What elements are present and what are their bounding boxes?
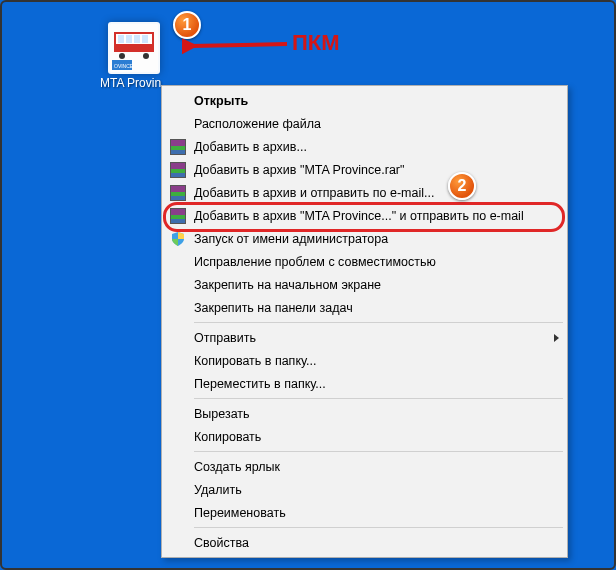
blank-icon bbox=[168, 504, 188, 522]
svg-rect-3 bbox=[118, 35, 124, 43]
menu-add-archive-named[interactable]: Добавить в архив "MTA Province.rar" bbox=[164, 158, 565, 181]
menu-move-to-folder[interactable]: Переместить в папку... bbox=[164, 372, 565, 395]
desktop-icon-mta-province[interactable]: OVINCE MTA Provin... bbox=[100, 22, 168, 90]
menu-rename[interactable]: Переименовать bbox=[164, 501, 565, 524]
menu-add-archive-email[interactable]: Добавить в архив и отправить по e-mail..… bbox=[164, 181, 565, 204]
rar-icon bbox=[168, 184, 188, 202]
blank-icon bbox=[168, 458, 188, 476]
blank-icon bbox=[168, 534, 188, 552]
menu-add-archive-named-email[interactable]: Добавить в архив "MTA Province..." и отп… bbox=[164, 204, 565, 227]
blank-icon bbox=[168, 481, 188, 499]
blank-icon bbox=[168, 405, 188, 423]
rar-icon bbox=[168, 207, 188, 225]
blank-icon bbox=[168, 299, 188, 317]
annotation-arrow bbox=[182, 32, 292, 60]
rar-icon bbox=[168, 138, 188, 156]
blank-icon bbox=[168, 428, 188, 446]
menu-cut[interactable]: Вырезать bbox=[164, 402, 565, 425]
separator bbox=[194, 527, 563, 528]
menu-properties[interactable]: Свойства bbox=[164, 531, 565, 554]
menu-copy-to-folder[interactable]: Копировать в папку... bbox=[164, 349, 565, 372]
blank-icon bbox=[168, 276, 188, 294]
svg-rect-5 bbox=[134, 35, 140, 43]
blank-icon bbox=[168, 329, 188, 347]
menu-open[interactable]: Открыть bbox=[164, 89, 565, 112]
context-menu: Открыть Расположение файла Добавить в ар… bbox=[161, 85, 568, 558]
blank-icon bbox=[168, 352, 188, 370]
svg-point-8 bbox=[143, 53, 149, 59]
blank-icon bbox=[168, 253, 188, 271]
annotation-label-pkm: ПКМ bbox=[292, 30, 340, 56]
blank-icon bbox=[168, 375, 188, 393]
svg-text:OVINCE: OVINCE bbox=[114, 63, 134, 69]
svg-rect-4 bbox=[126, 35, 132, 43]
chevron-right-icon bbox=[554, 334, 559, 342]
menu-run-as-admin[interactable]: Запуск от имени администратора bbox=[164, 227, 565, 250]
menu-delete[interactable]: Удалить bbox=[164, 478, 565, 501]
menu-pin-taskbar[interactable]: Закрепить на панели задач bbox=[164, 296, 565, 319]
menu-troubleshoot[interactable]: Исправление проблем с совместимостью bbox=[164, 250, 565, 273]
menu-send-to[interactable]: Отправить bbox=[164, 326, 565, 349]
separator bbox=[194, 322, 563, 323]
separator bbox=[194, 398, 563, 399]
desktop-icon-label: MTA Provin... bbox=[100, 76, 168, 90]
menu-create-shortcut[interactable]: Создать ярлык bbox=[164, 455, 565, 478]
blank-icon bbox=[168, 92, 188, 110]
menu-pin-start[interactable]: Закрепить на начальном экране bbox=[164, 273, 565, 296]
svg-line-11 bbox=[190, 44, 287, 46]
app-icon: OVINCE bbox=[108, 22, 160, 74]
svg-rect-6 bbox=[142, 35, 148, 43]
menu-file-location[interactable]: Расположение файла bbox=[164, 112, 565, 135]
menu-add-archive[interactable]: Добавить в архив... bbox=[164, 135, 565, 158]
svg-point-7 bbox=[119, 53, 125, 59]
menu-copy[interactable]: Копировать bbox=[164, 425, 565, 448]
blank-icon bbox=[168, 115, 188, 133]
separator bbox=[194, 451, 563, 452]
rar-icon bbox=[168, 161, 188, 179]
shield-icon bbox=[168, 230, 188, 248]
annotation-badge-2: 2 bbox=[448, 172, 476, 200]
